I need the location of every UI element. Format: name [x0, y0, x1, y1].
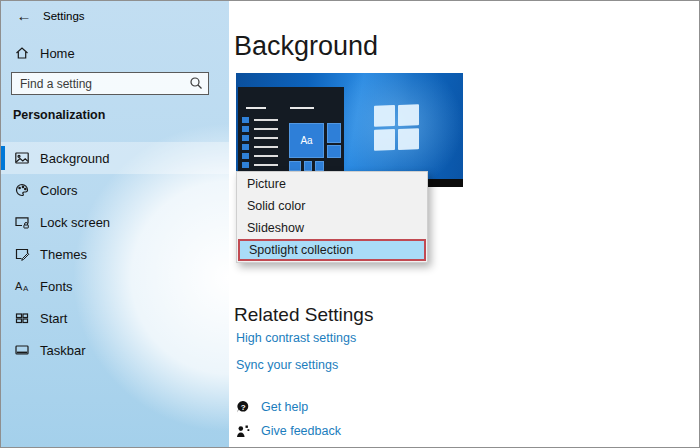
lock-screen-icon [14, 214, 30, 230]
section-header: Personalization [13, 108, 105, 122]
start-tile-aa: Aa [289, 123, 324, 158]
sidebar-item-label: Background [40, 151, 109, 166]
home-icon [14, 45, 30, 61]
background-preview-image: Aa [236, 73, 463, 187]
back-button[interactable]: ← [13, 6, 35, 26]
high-contrast-settings-link[interactable]: High contrast settings [236, 331, 356, 345]
palette-icon [14, 182, 30, 198]
main-content: Background Aa [229, 1, 699, 447]
sidebar-item-taskbar[interactable]: Taskbar [1, 334, 229, 366]
give-feedback-link[interactable]: Give feedback [236, 424, 341, 438]
background-type-dropdown: Picture Solid color Slideshow Spotlight … [236, 171, 428, 263]
image-icon [14, 150, 30, 166]
sidebar-nav: Background Colors Lock screen Themes [1, 142, 229, 366]
sidebar-item-label: Themes [40, 247, 87, 262]
windows-logo-icon [374, 104, 419, 151]
search-icon [189, 76, 203, 90]
svg-text:A: A [15, 280, 23, 292]
sidebar: ← Settings Home Personalization Backgrou… [1, 1, 229, 447]
dropdown-option-spotlight-collection[interactable]: Spotlight collection [238, 239, 426, 261]
search-input[interactable] [11, 72, 209, 95]
get-help-label: Get help [261, 400, 308, 414]
sidebar-item-label: Colors [40, 183, 78, 198]
fonts-icon: A A [14, 278, 30, 294]
start-menu-preview: Aa [238, 87, 344, 179]
sidebar-item-colors[interactable]: Colors [1, 174, 229, 206]
search-box [11, 72, 209, 95]
sync-your-settings-link[interactable]: Sync your settings [236, 358, 338, 372]
related-settings-heading: Related Settings [234, 304, 373, 326]
give-feedback-icon [236, 424, 250, 438]
sidebar-home-label: Home [40, 46, 75, 61]
svg-text:?: ? [241, 403, 246, 412]
sidebar-item-label: Start [40, 311, 67, 326]
sidebar-item-fonts[interactable]: A A Fonts [1, 270, 229, 302]
sidebar-item-label: Lock screen [40, 215, 110, 230]
dropdown-option-picture[interactable]: Picture [237, 173, 427, 195]
dropdown-option-solid-color[interactable]: Solid color [237, 195, 427, 217]
start-grid-icon [14, 310, 30, 326]
sidebar-item-start[interactable]: Start [1, 302, 229, 334]
page-title: Background [234, 31, 378, 62]
get-help-link[interactable]: ? Get help [236, 400, 308, 414]
sidebar-item-lock-screen[interactable]: Lock screen [1, 206, 229, 238]
get-help-icon: ? [236, 400, 250, 414]
settings-window: ← Settings Home Personalization Backgrou… [0, 0, 700, 448]
sidebar-item-home[interactable]: Home [1, 41, 229, 65]
themes-icon [14, 246, 30, 262]
sidebar-item-label: Fonts [40, 279, 73, 294]
dropdown-option-slideshow[interactable]: Slideshow [237, 217, 427, 239]
sidebar-item-themes[interactable]: Themes [1, 238, 229, 270]
sidebar-item-background[interactable]: Background [1, 142, 229, 174]
sidebar-item-label: Taskbar [40, 343, 86, 358]
give-feedback-label: Give feedback [261, 424, 341, 438]
window-title: Settings [43, 10, 85, 22]
taskbar-icon [14, 342, 30, 358]
svg-text:A: A [23, 284, 29, 293]
